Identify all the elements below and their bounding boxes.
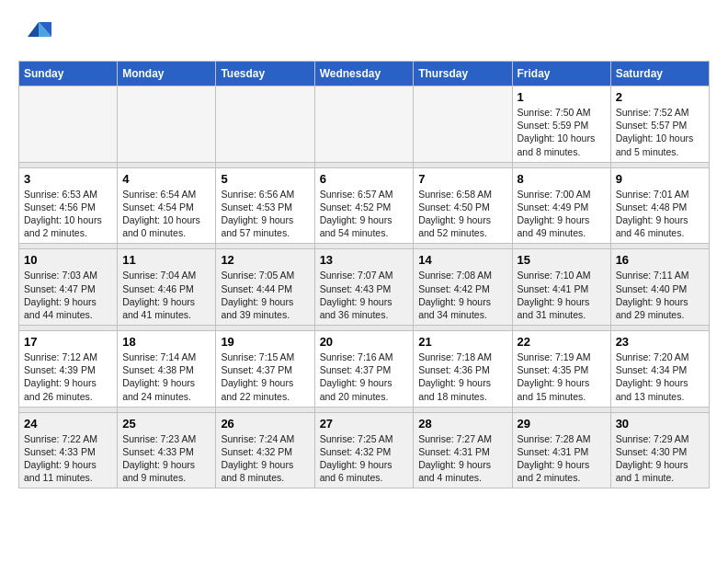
calendar-header-row: SundayMondayTuesdayWednesdayThursdayFrid… <box>19 62 710 86</box>
calendar-day-cell: 22Sunrise: 7:19 AM Sunset: 4:35 PM Dayli… <box>512 331 610 408</box>
day-info: Sunrise: 7:25 AM Sunset: 4:32 PM Dayligh… <box>320 432 409 485</box>
calendar-day-cell: 6Sunrise: 6:57 AM Sunset: 4:52 PM Daylig… <box>314 167 414 244</box>
day-number: 10 <box>24 253 112 267</box>
day-number: 2 <box>616 90 704 104</box>
weekday-header-sunday: Sunday <box>19 62 118 86</box>
day-number: 11 <box>122 253 210 267</box>
calendar-day-cell: 28Sunrise: 7:27 AM Sunset: 4:31 PM Dayli… <box>414 412 512 488</box>
calendar-day-cell <box>314 86 414 163</box>
calendar-day-cell: 29Sunrise: 7:28 AM Sunset: 4:31 PM Dayli… <box>512 412 610 488</box>
day-number: 12 <box>221 253 309 267</box>
day-info: Sunrise: 7:10 AM Sunset: 4:41 PM Dayligh… <box>518 269 606 321</box>
day-info: Sunrise: 7:04 AM Sunset: 4:46 PM Dayligh… <box>122 269 210 321</box>
day-info: Sunrise: 7:19 AM Sunset: 4:35 PM Dayligh… <box>518 350 606 403</box>
day-info: Sunrise: 6:56 AM Sunset: 4:53 PM Dayligh… <box>221 188 309 240</box>
calendar-day-cell: 27Sunrise: 7:25 AM Sunset: 4:32 PM Dayli… <box>314 412 414 488</box>
calendar-week-row: 10Sunrise: 7:03 AM Sunset: 4:47 PM Dayli… <box>19 249 710 326</box>
day-number: 1 <box>518 90 606 104</box>
day-info: Sunrise: 6:54 AM Sunset: 4:54 PM Dayligh… <box>122 188 210 240</box>
day-info: Sunrise: 6:58 AM Sunset: 4:50 PM Dayligh… <box>418 188 506 240</box>
calendar-day-cell: 5Sunrise: 6:56 AM Sunset: 4:53 PM Daylig… <box>216 167 314 244</box>
calendar-day-cell: 4Sunrise: 6:54 AM Sunset: 4:54 PM Daylig… <box>118 167 216 244</box>
page-header <box>18 18 710 52</box>
day-number: 18 <box>122 335 210 349</box>
day-number: 24 <box>24 417 112 431</box>
weekday-header-saturday: Saturday <box>610 62 709 86</box>
calendar-day-cell: 18Sunrise: 7:14 AM Sunset: 4:38 PM Dayli… <box>118 331 216 408</box>
day-info: Sunrise: 7:03 AM Sunset: 4:47 PM Dayligh… <box>24 269 112 321</box>
calendar-day-cell: 12Sunrise: 7:05 AM Sunset: 4:44 PM Dayli… <box>216 249 314 326</box>
day-info: Sunrise: 7:27 AM Sunset: 4:31 PM Dayligh… <box>418 432 506 485</box>
day-number: 3 <box>24 172 112 186</box>
calendar-day-cell: 3Sunrise: 6:53 AM Sunset: 4:56 PM Daylig… <box>19 167 118 244</box>
logo <box>18 18 55 52</box>
day-number: 25 <box>122 417 210 431</box>
day-number: 23 <box>616 335 704 349</box>
day-info: Sunrise: 6:57 AM Sunset: 4:52 PM Dayligh… <box>320 188 409 240</box>
day-info: Sunrise: 7:08 AM Sunset: 4:42 PM Dayligh… <box>418 269 506 321</box>
day-info: Sunrise: 7:01 AM Sunset: 4:48 PM Dayligh… <box>616 188 704 240</box>
day-info: Sunrise: 7:16 AM Sunset: 4:37 PM Dayligh… <box>320 350 409 403</box>
calendar-day-cell: 7Sunrise: 6:58 AM Sunset: 4:50 PM Daylig… <box>414 167 512 244</box>
day-number: 15 <box>518 253 606 267</box>
calendar-day-cell <box>414 86 512 163</box>
day-number: 28 <box>418 417 506 431</box>
day-info: Sunrise: 7:15 AM Sunset: 4:37 PM Dayligh… <box>221 350 309 403</box>
calendar-day-cell: 2Sunrise: 7:52 AM Sunset: 5:57 PM Daylig… <box>610 86 709 163</box>
day-info: Sunrise: 7:29 AM Sunset: 4:30 PM Dayligh… <box>616 432 704 485</box>
logo-icon <box>18 18 51 52</box>
day-number: 9 <box>616 172 704 186</box>
day-number: 19 <box>221 335 309 349</box>
calendar-week-row: 1Sunrise: 7:50 AM Sunset: 5:59 PM Daylig… <box>19 86 710 163</box>
calendar-day-cell: 13Sunrise: 7:07 AM Sunset: 4:43 PM Dayli… <box>314 249 414 326</box>
day-info: Sunrise: 7:24 AM Sunset: 4:32 PM Dayligh… <box>221 432 309 485</box>
calendar-day-cell: 26Sunrise: 7:24 AM Sunset: 4:32 PM Dayli… <box>216 412 314 488</box>
day-info: Sunrise: 7:50 AM Sunset: 5:59 PM Dayligh… <box>518 106 606 158</box>
day-number: 8 <box>518 172 606 186</box>
calendar-day-cell <box>19 86 118 163</box>
calendar-day-cell: 16Sunrise: 7:11 AM Sunset: 4:40 PM Dayli… <box>610 249 709 326</box>
day-number: 27 <box>320 417 409 431</box>
day-info: Sunrise: 7:07 AM Sunset: 4:43 PM Dayligh… <box>320 269 409 321</box>
calendar-day-cell: 9Sunrise: 7:01 AM Sunset: 4:48 PM Daylig… <box>610 167 709 244</box>
calendar-week-row: 3Sunrise: 6:53 AM Sunset: 4:56 PM Daylig… <box>19 167 710 244</box>
calendar-day-cell: 24Sunrise: 7:22 AM Sunset: 4:33 PM Dayli… <box>19 412 118 488</box>
calendar-day-cell: 30Sunrise: 7:29 AM Sunset: 4:30 PM Dayli… <box>610 412 709 488</box>
day-info: Sunrise: 7:05 AM Sunset: 4:44 PM Dayligh… <box>221 269 309 321</box>
weekday-header-thursday: Thursday <box>414 62 512 86</box>
weekday-header-monday: Monday <box>118 62 216 86</box>
day-number: 30 <box>616 417 704 431</box>
weekday-header-tuesday: Tuesday <box>216 62 314 86</box>
day-info: Sunrise: 6:53 AM Sunset: 4:56 PM Dayligh… <box>24 188 112 240</box>
calendar-day-cell: 25Sunrise: 7:23 AM Sunset: 4:33 PM Dayli… <box>118 412 216 488</box>
calendar-day-cell: 1Sunrise: 7:50 AM Sunset: 5:59 PM Daylig… <box>512 86 610 163</box>
calendar-day-cell <box>216 86 314 163</box>
day-info: Sunrise: 7:22 AM Sunset: 4:33 PM Dayligh… <box>24 432 112 485</box>
weekday-header-wednesday: Wednesday <box>314 62 414 86</box>
calendar-day-cell: 17Sunrise: 7:12 AM Sunset: 4:39 PM Dayli… <box>19 331 118 408</box>
day-number: 4 <box>122 172 210 186</box>
day-number: 17 <box>24 335 112 349</box>
calendar-week-row: 17Sunrise: 7:12 AM Sunset: 4:39 PM Dayli… <box>19 331 710 408</box>
day-number: 5 <box>221 172 309 186</box>
day-number: 20 <box>320 335 409 349</box>
day-number: 22 <box>518 335 606 349</box>
calendar-day-cell: 15Sunrise: 7:10 AM Sunset: 4:41 PM Dayli… <box>512 249 610 326</box>
calendar-day-cell <box>118 86 216 163</box>
day-number: 13 <box>320 253 409 267</box>
day-number: 7 <box>418 172 506 186</box>
day-number: 16 <box>616 253 704 267</box>
day-info: Sunrise: 7:20 AM Sunset: 4:34 PM Dayligh… <box>616 350 704 403</box>
calendar-week-row: 24Sunrise: 7:22 AM Sunset: 4:33 PM Dayli… <box>19 412 710 488</box>
day-info: Sunrise: 7:23 AM Sunset: 4:33 PM Dayligh… <box>122 432 210 485</box>
calendar-day-cell: 8Sunrise: 7:00 AM Sunset: 4:49 PM Daylig… <box>512 167 610 244</box>
day-info: Sunrise: 7:14 AM Sunset: 4:38 PM Dayligh… <box>122 350 210 403</box>
day-info: Sunrise: 7:18 AM Sunset: 4:36 PM Dayligh… <box>418 350 506 403</box>
day-info: Sunrise: 7:11 AM Sunset: 4:40 PM Dayligh… <box>616 269 704 321</box>
calendar-day-cell: 20Sunrise: 7:16 AM Sunset: 4:37 PM Dayli… <box>314 331 414 408</box>
day-info: Sunrise: 7:28 AM Sunset: 4:31 PM Dayligh… <box>518 432 606 485</box>
calendar-table: SundayMondayTuesdayWednesdayThursdayFrid… <box>18 61 710 488</box>
calendar-day-cell: 14Sunrise: 7:08 AM Sunset: 4:42 PM Dayli… <box>414 249 512 326</box>
day-number: 21 <box>418 335 506 349</box>
day-info: Sunrise: 7:52 AM Sunset: 5:57 PM Dayligh… <box>616 106 704 158</box>
